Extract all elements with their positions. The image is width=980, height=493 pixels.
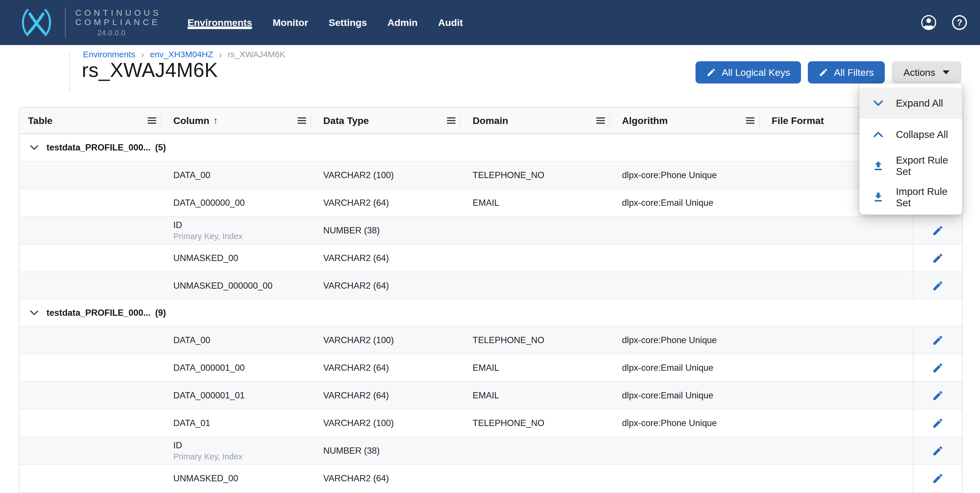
edit-pencil-icon[interactable] — [932, 224, 944, 237]
cell-domain: TELEPHONE_NO — [461, 162, 610, 189]
edit-pencil-icon[interactable] — [932, 362, 944, 374]
cell-algorithm: dlpx-core:Phone Unique — [610, 162, 760, 189]
table-header-row: Table Column ↑ Data Type Domain Algorith… — [19, 107, 962, 134]
pencil-icon — [706, 68, 716, 77]
column-header-algorithm[interactable]: Algorithm — [610, 107, 760, 134]
cell-domain: TELEPHONE_NO — [461, 327, 610, 354]
svg-text:?: ? — [957, 17, 962, 28]
cell-edit — [913, 437, 962, 464]
cell-table — [19, 410, 161, 437]
cell-edit — [913, 327, 962, 354]
cell-domain: EMAIL — [461, 382, 610, 409]
cell-table — [19, 189, 161, 216]
nav-item-admin[interactable]: Admin — [387, 0, 418, 45]
menu-item-expand-all[interactable]: Expand All — [859, 87, 963, 119]
column-name: ID — [173, 220, 311, 230]
breadcrumb-current: rs_XWAJ4M6K — [228, 49, 285, 59]
column-name: UNMASKED_00 — [173, 473, 311, 483]
edit-pencil-icon[interactable] — [932, 280, 944, 292]
table-row: DATA_01VARCHAR2 (100)TELEPHONE_NOdlpx-co… — [19, 409, 962, 437]
column-header-algorithm-label: Algorithm — [622, 115, 668, 126]
app-title-line1: CONTINUOUS — [75, 8, 161, 17]
cell-table — [19, 437, 161, 464]
column-menu-icon[interactable] — [746, 117, 754, 124]
edit-pencil-icon[interactable] — [932, 417, 944, 429]
table-row: DATA_000001_01VARCHAR2 (64)EMAILdlpx-cor… — [19, 381, 962, 409]
cell-file-format — [760, 245, 913, 272]
header-divider — [69, 51, 70, 92]
cell-table — [19, 327, 161, 354]
column-header-table[interactable]: Table — [19, 107, 161, 134]
chevron-down-icon — [873, 97, 884, 109]
user-account-icon[interactable] — [921, 14, 937, 30]
cell-column: UNMASKED_00 — [161, 465, 311, 492]
column-header-domain[interactable]: Domain — [461, 107, 610, 134]
sort-ascending-icon: ↑ — [213, 115, 218, 126]
all-logical-keys-label: All Logical Keys — [722, 67, 790, 78]
nav-item-monitor[interactable]: Monitor — [272, 0, 308, 45]
nav-item-audit[interactable]: Audit — [438, 0, 463, 45]
column-header-data-type[interactable]: Data Type — [311, 107, 461, 134]
page-header: Back Environments › env_XH3M04HZ › rs_XW… — [0, 45, 980, 107]
table-row-partial — [19, 492, 962, 493]
column-header-file-format-label: File Format — [772, 115, 824, 126]
cell-algorithm: dlpx-core:Phone Unique — [610, 410, 760, 437]
rule-set-table: Table Column ↑ Data Type Domain Algorith… — [19, 107, 963, 493]
breadcrumb-environments[interactable]: Environments — [83, 49, 135, 59]
app-version: 24.0.0.0 — [75, 29, 161, 37]
edit-pencil-icon[interactable] — [932, 472, 944, 485]
menu-item-export-rule-set[interactable]: Export Rule Set — [859, 150, 963, 181]
cell-data-type: VARCHAR2 (100) — [311, 162, 461, 189]
column-menu-icon[interactable] — [447, 117, 455, 124]
cell-data-type: VARCHAR2 (100) — [311, 327, 461, 354]
table-group-row[interactable]: testdata_PROFILE_000...(9) — [19, 299, 962, 326]
table-row: DATA_00VARCHAR2 (100)TELEPHONE_NOdlpx-co… — [19, 326, 962, 354]
nav-item-environments[interactable]: Environments — [188, 0, 252, 45]
edit-pencil-icon[interactable] — [932, 445, 944, 457]
all-logical-keys-button[interactable]: All Logical Keys — [695, 61, 801, 83]
top-nav-bar: CONTINUOUS COMPLIANCE 24.0.0.0 Environme… — [0, 0, 980, 45]
table-body: testdata_PROFILE_000...(5)DATA_00VARCHAR… — [19, 134, 962, 493]
menu-item-label: Expand All — [896, 97, 943, 109]
cell-algorithm — [610, 217, 760, 244]
actions-button[interactable]: Actions — [892, 61, 962, 83]
cell-algorithm — [610, 272, 760, 299]
cell-file-format — [760, 354, 913, 381]
table-row: UNMASKED_00VARCHAR2 (64) — [19, 244, 962, 272]
cell-algorithm: dlpx-core:Email Unique — [610, 354, 760, 381]
cell-domain: TELEPHONE_NO — [461, 410, 610, 437]
chevron-down-icon[interactable] — [30, 310, 38, 315]
nav-item-settings[interactable]: Settings — [329, 0, 367, 45]
column-menu-icon[interactable] — [298, 117, 306, 124]
chevron-down-icon[interactable] — [30, 145, 38, 150]
cell-domain — [461, 217, 610, 244]
cell-column: IDPrimary Key, Index — [161, 437, 311, 464]
cell-data-type: VARCHAR2 (64) — [311, 245, 461, 272]
column-header-column[interactable]: Column ↑ — [161, 107, 311, 134]
help-icon[interactable]: ? — [951, 14, 967, 30]
all-filters-button[interactable]: All Filters — [808, 61, 885, 83]
edit-pencil-icon[interactable] — [932, 334, 944, 346]
breadcrumb-environment[interactable]: env_XH3M04HZ — [150, 49, 213, 59]
table-row: IDPrimary Key, IndexNUMBER (38) — [19, 437, 962, 464]
column-name: DATA_000000_00 — [173, 198, 311, 208]
cell-column: DATA_000000_00 — [161, 189, 311, 216]
menu-item-import-rule-set[interactable]: Import Rule Set — [859, 181, 963, 213]
cell-edit — [913, 382, 962, 409]
table-row: DATA_00VARCHAR2 (100)TELEPHONE_NOdlpx-co… — [19, 161, 962, 189]
cell-table — [19, 465, 161, 492]
column-name: DATA_01 — [173, 418, 311, 428]
menu-item-collapse-all[interactable]: Collapse All — [859, 119, 963, 150]
edit-pencil-icon[interactable] — [932, 390, 944, 402]
cell-algorithm — [610, 437, 760, 464]
edit-pencil-icon[interactable] — [932, 252, 944, 264]
table-row: DATA_000000_00VARCHAR2 (64)EMAILdlpx-cor… — [19, 189, 962, 216]
cell-edit — [913, 217, 962, 244]
menu-item-label: Export Rule Set — [896, 154, 963, 177]
column-menu-icon[interactable] — [596, 117, 605, 124]
cell-edit — [913, 465, 962, 492]
column-name: UNMASKED_000000_00 — [173, 281, 311, 291]
column-menu-icon[interactable] — [148, 117, 156, 124]
group-table-name: testdata_PROFILE_000... — [46, 308, 151, 318]
table-group-row[interactable]: testdata_PROFILE_000...(5) — [19, 134, 962, 161]
